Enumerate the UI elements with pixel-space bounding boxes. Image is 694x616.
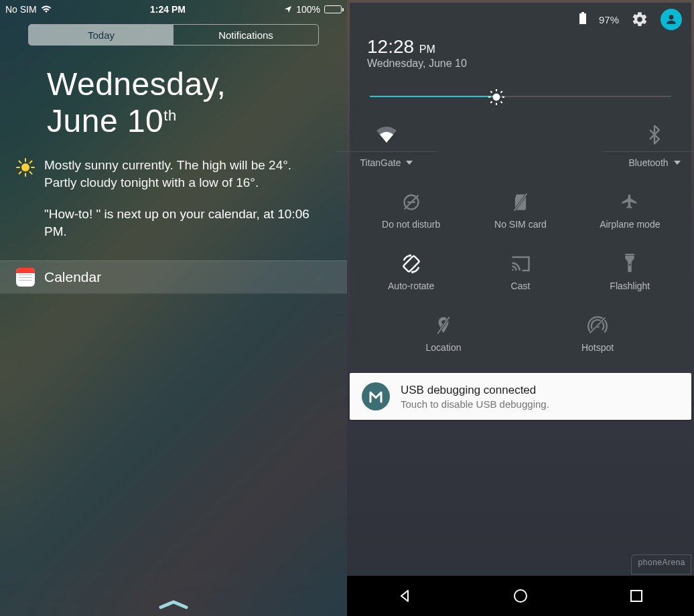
svg-line-7: [19, 172, 21, 174]
qs-wifi[interactable]: TitanGate: [313, 118, 460, 179]
carrier-label: No SIM: [5, 4, 37, 15]
qs-bluetooth-label: Bluetooth: [628, 157, 668, 168]
qs-hotspot-label: Hotspot: [581, 342, 614, 353]
sun-icon: [16, 158, 35, 191]
notification-usb-debugging[interactable]: USB debugging connected Touch to disable…: [350, 373, 691, 420]
weather-summary: Mostly sunny currently. The high will be…: [16, 157, 327, 191]
wifi-icon: [376, 123, 397, 146]
location-off-icon: [435, 314, 452, 337]
chevron-down-icon[interactable]: [674, 161, 681, 165]
clock-ampm: PM: [419, 44, 435, 55]
quick-settings-panel: 97% 12:28 PM Wednesday, June 10: [350, 3, 691, 368]
svg-point-27: [629, 264, 631, 266]
no-sim-icon: [513, 191, 528, 214]
dnd-off-icon: [402, 191, 421, 214]
airplane-icon: [620, 191, 639, 214]
svg-rect-10: [579, 13, 586, 24]
wifi-icon: [41, 5, 52, 13]
svg-point-0: [21, 163, 29, 171]
android-quick-settings: 97% 12:28 PM Wednesday, June 10: [347, 0, 694, 616]
segmented-control: Today Notifications: [28, 24, 319, 46]
hotspot-off-icon: [587, 314, 608, 337]
nav-back-button[interactable]: [385, 588, 425, 604]
qs-dnd-label: Do not disturb: [382, 219, 440, 230]
panel-datetime[interactable]: 12:28 PM Wednesday, June 10: [350, 29, 691, 70]
notification-subtitle: Touch to disable USB debugging.: [401, 398, 549, 410]
bluetooth-icon: [648, 123, 661, 146]
weather-text: Mostly sunny currently. The high will be…: [44, 157, 327, 191]
brightness-thumb-icon[interactable]: [488, 88, 505, 108]
battery-icon: [324, 5, 342, 13]
nav-recents-button[interactable]: [616, 589, 656, 603]
battery-percent: 100%: [296, 4, 320, 15]
qs-wifi-label: TitanGate: [360, 157, 401, 168]
clock-time: 12:28: [367, 36, 414, 57]
svg-point-11: [493, 94, 500, 101]
qs-cast-label: Cast: [511, 281, 531, 291]
weekday-label: Wednesday,: [47, 66, 327, 102]
ios-today-view: No SIM 1:24 PM 100% Today Notifications: [0, 0, 347, 616]
nav-home-button[interactable]: [500, 587, 541, 605]
flashlight-icon: [623, 252, 636, 275]
qs-rotate[interactable]: Auto-rotate: [361, 247, 462, 302]
date-heading: Wednesday, June 10th: [47, 66, 327, 139]
brightness-slider[interactable]: [370, 88, 671, 104]
svg-rect-9: [581, 12, 584, 13]
qs-dnd[interactable]: Do not disturb: [361, 185, 462, 240]
qs-airplane-label: Airplane mode: [600, 219, 660, 230]
battery-icon: [579, 12, 587, 27]
svg-line-17: [501, 102, 502, 103]
tab-today[interactable]: Today: [29, 25, 174, 45]
qs-hotspot[interactable]: Hotspot: [547, 309, 648, 364]
location-icon: [284, 5, 292, 13]
qs-flashlight[interactable]: Flashlight: [579, 247, 680, 302]
pull-up-handle-icon[interactable]: [158, 599, 189, 613]
ios-status-bar: No SIM 1:24 PM 100%: [0, 0, 347, 16]
battery-percent: 97%: [599, 14, 619, 25]
qs-location[interactable]: Location: [393, 309, 494, 364]
panel-status-row: 97%: [350, 3, 691, 29]
svg-line-6: [30, 172, 32, 174]
qs-cast[interactable]: Cast: [470, 247, 571, 302]
user-avatar-icon[interactable]: [661, 9, 682, 30]
qs-flashlight-label: Flashlight: [610, 281, 650, 291]
svg-line-8: [30, 161, 32, 163]
notification-title: USB debugging connected: [401, 384, 549, 397]
next-event-text: "How-to! " is next up on your calendar, …: [44, 206, 327, 240]
auto-rotate-icon: [401, 252, 421, 275]
month-day-label: June 10th: [47, 102, 327, 139]
calendar-widget-header[interactable]: Calendar: [0, 260, 347, 294]
svg-line-16: [490, 91, 492, 92]
calendar-icon: [16, 268, 35, 287]
qs-sim[interactable]: No SIM card: [470, 185, 571, 240]
chevron-down-icon[interactable]: [406, 161, 413, 165]
qs-rotate-label: Auto-rotate: [388, 281, 434, 291]
settings-icon[interactable]: [631, 11, 648, 28]
android-nav-bar: [347, 576, 694, 616]
status-time: 1:24 PM: [150, 4, 186, 15]
svg-line-18: [490, 102, 492, 103]
date-label: Wednesday, June 10: [367, 58, 691, 70]
svg-rect-35: [631, 591, 642, 601]
android-m-icon: [362, 382, 390, 410]
calendar-widget-label: Calendar: [44, 269, 101, 285]
svg-line-19: [501, 91, 502, 92]
qs-bluetooth[interactable]: Bluetooth: [581, 118, 694, 179]
qs-sim-label: No SIM card: [494, 219, 547, 230]
qs-airplane[interactable]: Airplane mode: [579, 185, 680, 240]
tab-notifications[interactable]: Notifications: [174, 25, 318, 45]
cast-icon: [510, 252, 531, 275]
svg-point-34: [514, 590, 527, 602]
svg-line-5: [19, 161, 21, 163]
qs-location-label: Location: [426, 342, 462, 353]
svg-rect-26: [625, 254, 634, 255]
